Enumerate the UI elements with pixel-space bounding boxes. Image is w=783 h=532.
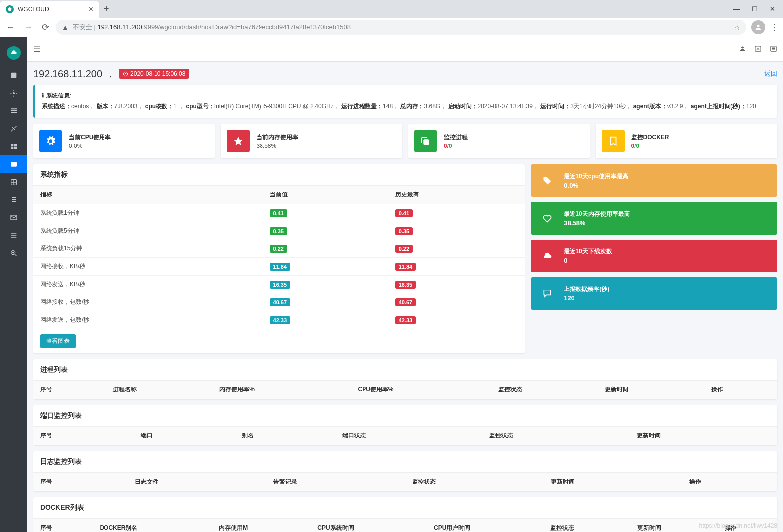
browser-menu-icon[interactable]: ⋮ <box>770 22 779 33</box>
highlight-box-3[interactable]: 上报数据频率(秒)120 <box>531 277 777 310</box>
table-row: 系统负载15分钟0.220.22 <box>33 240 525 258</box>
highlight-box-0[interactable]: 最近10天cpu使用率最高0.0% <box>531 164 777 197</box>
stat-card-1[interactable]: 当前内存使用率38.58% <box>221 124 403 158</box>
table-row: 网络发送，KB/秒16.3516.35 <box>33 276 525 293</box>
svg-rect-3 <box>11 144 13 146</box>
highlight-box-1[interactable]: 最近10天内存使用率最高38.58% <box>531 202 777 235</box>
url-text: 不安全 | 192.168.11.200:9999/wgcloud/dash/h… <box>73 23 351 32</box>
insecure-icon: ▲ <box>62 23 69 31</box>
stat-card-2[interactable]: 监控进程0/0 <box>408 124 590 158</box>
sidebar <box>0 37 27 532</box>
user-icon[interactable] <box>739 45 746 54</box>
svg-point-2 <box>13 92 15 94</box>
top-nav: ☰ <box>27 37 783 62</box>
bookmark-star-icon[interactable]: ☆ <box>734 24 740 31</box>
view-chart-button[interactable]: 查看图表 <box>40 334 76 348</box>
nav-item-10[interactable] <box>0 227 27 244</box>
timestamp-badge: 2020-08-10 15:06:08 <box>119 69 189 79</box>
window-controls: — ☐ ✕ <box>733 5 783 13</box>
metrics-card: 系统指标 指标当前值历史最高 系统负载1分钟0.410.41系统负载5分钟0.3… <box>33 164 525 353</box>
new-tab-button[interactable]: + <box>99 4 114 14</box>
browser-tab[interactable]: WGCLOUD × <box>0 1 99 18</box>
nav-item-4[interactable] <box>0 120 27 138</box>
tab-bar: WGCLOUD × + — ☐ ✕ <box>0 0 783 18</box>
system-info-card: ℹ 系统信息: 系统描述：centos， 版本：7.8.2003， cpu核数：… <box>33 85 777 118</box>
svg-rect-1 <box>11 73 16 78</box>
docker-section: DOCKER列表序号DOCKER别名内存使用MCPU系统时间CPU用户时间监控状… <box>33 497 777 532</box>
table-row: 网络接收，包数/秒40.6740.67 <box>33 293 525 311</box>
back-link[interactable]: 返回 <box>764 69 777 78</box>
nav-item-11[interactable] <box>0 244 27 262</box>
nav-item-1[interactable] <box>0 66 27 84</box>
cloud-icon <box>538 246 557 265</box>
svg-point-0 <box>757 25 759 27</box>
close-panel-icon[interactable] <box>754 45 762 54</box>
metrics-table: 指标当前值历史最高 系统负载1分钟0.410.41系统负载5分钟0.350.35… <box>33 186 525 329</box>
svg-rect-6 <box>14 147 16 149</box>
gear-icon <box>39 130 62 152</box>
url-field[interactable]: ▲ 不安全 | 192.168.11.200:9999/wgcloud/dash… <box>56 20 746 35</box>
breadcrumb: 192.168.11.200 ， 2020-08-10 15:06:08 返回 <box>33 68 777 80</box>
table-row: 网络发送，包数/秒42.3342.33 <box>33 311 525 329</box>
svg-rect-7 <box>11 162 17 166</box>
svg-rect-4 <box>14 144 16 146</box>
heart-icon <box>538 209 557 228</box>
nav-item-9[interactable] <box>0 209 27 227</box>
svg-point-10 <box>741 46 744 48</box>
forward-icon: → <box>22 20 35 35</box>
maximize-icon[interactable]: ☐ <box>752 5 758 13</box>
star-icon <box>227 130 250 152</box>
nav-item-7[interactable] <box>0 173 27 191</box>
bookmark-icon <box>602 130 625 152</box>
process-section: 进程列表序号进程名称内存使用率%CPU使用率%监控状态更新时间操作 <box>33 359 777 399</box>
chat-icon <box>538 284 557 303</box>
metrics-title: 系统指标 <box>33 164 525 186</box>
nav-item-5[interactable] <box>0 138 27 155</box>
stat-card-3[interactable]: 监控DOCKER0/0 <box>596 124 778 158</box>
address-bar: ← → ⟳ ▲ 不安全 | 192.168.11.200:9999/wgclou… <box>0 18 783 37</box>
back-icon[interactable]: ← <box>4 20 17 35</box>
svg-rect-5 <box>11 147 13 149</box>
profile-avatar-icon[interactable] <box>751 20 765 34</box>
svg-rect-14 <box>423 140 429 145</box>
log-section: 日志监控列表序号日志文件告警记录监控状态更新时间操作 <box>33 451 777 491</box>
highlight-box-2[interactable]: 最近10天下线次数0 <box>531 240 777 272</box>
list-icon[interactable] <box>770 45 777 54</box>
close-window-icon[interactable]: ✕ <box>770 5 775 13</box>
logo[interactable] <box>0 39 27 66</box>
host-ip: 192.168.11.200 <box>33 68 102 80</box>
tab-title: WGCLOUD <box>18 6 85 13</box>
nav-item-3[interactable] <box>0 102 27 120</box>
port-section: 端口监控列表序号端口别名端口状态监控状态更新时间 <box>33 405 777 445</box>
table-row: 网络接收，KB/秒11.8411.84 <box>33 258 525 276</box>
hamburger-icon[interactable]: ☰ <box>33 45 40 54</box>
copy-icon <box>414 130 437 152</box>
nav-item-6-active[interactable] <box>0 155 27 173</box>
tab-close-icon[interactable]: × <box>89 5 93 14</box>
minimize-icon[interactable]: — <box>733 5 740 13</box>
table-row: 系统负载5分钟0.350.35 <box>33 222 525 240</box>
nav-item-2[interactable] <box>0 84 27 102</box>
reload-icon[interactable]: ⟳ <box>40 20 51 35</box>
info-icon: ℹ <box>42 91 44 101</box>
tag-icon <box>538 171 557 190</box>
favicon-icon <box>6 5 14 13</box>
table-row: 系统负载1分钟0.410.41 <box>33 204 525 222</box>
nav-item-8[interactable] <box>0 191 27 209</box>
stat-card-0[interactable]: 当前CPU使用率0.0% <box>33 124 215 158</box>
